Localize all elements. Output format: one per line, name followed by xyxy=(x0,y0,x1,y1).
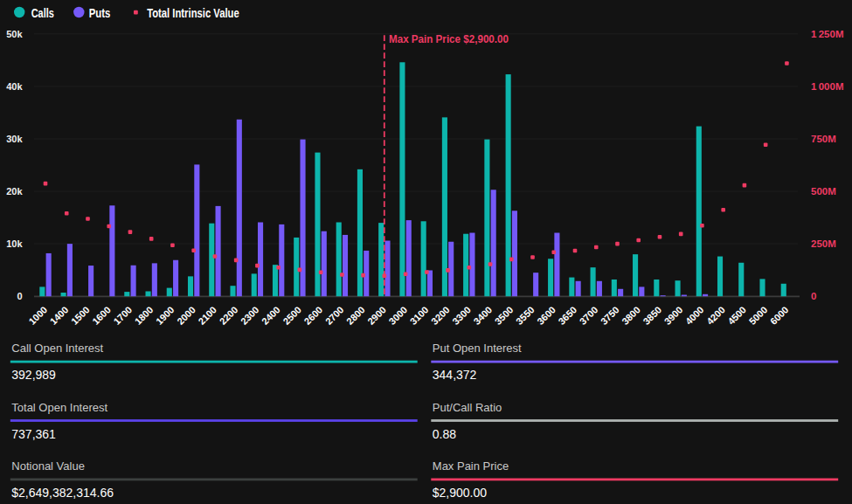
svg-text:Total Open Interest: Total Open Interest xyxy=(11,401,107,414)
svg-text:Puts: Puts xyxy=(89,5,111,20)
svg-text:Max Pain Price: Max Pain Price xyxy=(433,459,509,473)
svg-text:500M: 500M xyxy=(811,186,836,197)
svg-text:737,361: 737,361 xyxy=(11,427,56,441)
svg-text:Calls: Calls xyxy=(31,5,54,20)
svg-text:40k: 40k xyxy=(6,81,23,92)
svg-text:Notional Value: Notional Value xyxy=(11,459,85,473)
svg-text:250M: 250M xyxy=(811,238,836,249)
svg-text:Total Intrinsic Value: Total Intrinsic Value xyxy=(147,5,239,20)
svg-text:Max Pain Price $2,900.00: Max Pain Price $2,900.00 xyxy=(389,32,509,45)
svg-text:1 250M: 1 250M xyxy=(811,29,843,39)
svg-text:20k: 20k xyxy=(6,186,23,197)
svg-text:Put/Call Ratio: Put/Call Ratio xyxy=(433,401,502,414)
svg-text:0.88: 0.88 xyxy=(433,427,456,441)
svg-text:750M: 750M xyxy=(811,134,836,144)
svg-text:50k: 50k xyxy=(6,29,23,39)
svg-text:1 000M: 1 000M xyxy=(811,81,843,92)
svg-text:$2,649,382,314.66: $2,649,382,314.66 xyxy=(11,486,114,500)
svg-text:Call Open Interest: Call Open Interest xyxy=(11,342,103,355)
svg-text:10k: 10k xyxy=(6,238,23,249)
svg-text:344,372: 344,372 xyxy=(433,368,477,382)
svg-text:0: 0 xyxy=(17,291,22,301)
svg-text:0: 0 xyxy=(811,291,816,301)
svg-text:392,989: 392,989 xyxy=(11,368,56,382)
svg-text:Put Open Interest: Put Open Interest xyxy=(433,342,522,355)
svg-text:$2,900.00: $2,900.00 xyxy=(433,486,487,500)
svg-text:30k: 30k xyxy=(6,134,23,144)
